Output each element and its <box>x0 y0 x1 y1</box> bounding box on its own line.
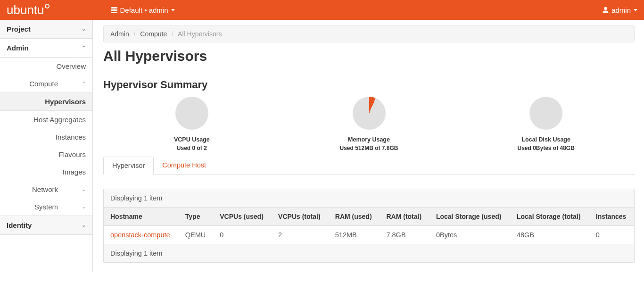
sidebar-item-overview[interactable]: Overview <box>0 58 92 75</box>
charts-row: VCPU Usage Used 0 of 2 Memory Usage Used… <box>103 97 635 151</box>
sidebar-label: Project <box>7 25 31 33</box>
col-hostname[interactable]: Hostname <box>104 208 179 226</box>
sidebar-item-instances[interactable]: Instances <box>0 128 92 146</box>
cell-ls-total: 48GB <box>510 226 589 244</box>
sidebar-item-hypervisors[interactable]: Hypervisors <box>0 92 92 111</box>
sidebar-label: Network <box>32 185 58 193</box>
chevron-down-icon: ⌄ <box>82 26 86 32</box>
chart-vcpu: VCPU Usage Used 0 of 2 <box>103 97 281 151</box>
user-menu[interactable]: admin <box>603 6 637 14</box>
cell-ls-used: 0Bytes <box>429 226 510 244</box>
tab-hypervisor[interactable]: Hypervisor <box>103 157 154 175</box>
breadcrumb-item[interactable]: Admin <box>110 30 129 38</box>
pie-chart-icon <box>529 97 562 130</box>
col-instances[interactable]: Instances <box>589 208 634 226</box>
hypervisor-table: Hostname Type VCPUs (used) VCPUs (total)… <box>104 208 634 244</box>
col-vcpus-total[interactable]: VCPUs (total) <box>272 208 329 226</box>
table-row: openstack-compute QEMU 0 2 512MB 7.8GB 0… <box>104 226 634 244</box>
chart-subtitle: Used 0 of 2 <box>177 145 207 151</box>
col-type[interactable]: Type <box>179 208 213 226</box>
cell-vcpus-total: 2 <box>272 226 329 244</box>
chart-memory: Memory Usage Used 512MB of 7.8GB <box>281 97 458 151</box>
cell-ram-total: 7.8GB <box>380 226 429 244</box>
summary-title: Hypervisor Summary <box>103 79 635 91</box>
cell-vcpus-used: 0 <box>213 226 272 244</box>
sidebar-item-host-aggregates[interactable]: Host Aggregates <box>0 111 92 128</box>
chart-title: Memory Usage <box>348 136 390 143</box>
page-title: All Hypervisors <box>103 48 635 64</box>
table-header-row: Hostname Type VCPUs (used) VCPUs (total)… <box>104 208 634 226</box>
user-label: admin <box>611 6 631 14</box>
cell-instances: 0 <box>589 226 634 244</box>
sidebar: Project ⌄ Admin ⌃ Overview Compute ⌃ Hyp… <box>0 20 93 272</box>
breadcrumb-current: All Hypervisors <box>178 30 222 38</box>
cell-ram-used: 512MB <box>329 226 380 244</box>
svg-rect-3 <box>112 8 112 8</box>
grid-icon <box>111 7 117 13</box>
breadcrumb-separator: / <box>172 30 173 38</box>
main-content: Admin / Compute / All Hypervisors All Hy… <box>93 20 644 272</box>
sidebar-label: Compute <box>29 80 58 88</box>
sidebar-group-project[interactable]: Project ⌄ <box>0 20 92 39</box>
logo[interactable]: ubuntu <box>7 3 50 17</box>
tab-compute-host[interactable]: Compute Host <box>154 157 215 175</box>
logo-text: ubuntu <box>7 3 44 17</box>
table-caption: Displaying 1 item <box>104 189 634 208</box>
pie-chart-icon <box>353 97 386 130</box>
breadcrumb: Admin / Compute / All Hypervisors <box>103 25 635 42</box>
pie-chart-icon <box>175 97 208 130</box>
sidebar-label: Admin <box>7 44 29 52</box>
sidebar-group-admin[interactable]: Admin ⌃ <box>0 39 92 58</box>
cell-hostname[interactable]: openstack-compute <box>104 226 179 244</box>
sidebar-label: System <box>34 203 58 211</box>
top-bar: ubuntu Default • admin admin <box>0 0 644 20</box>
chevron-down-icon: ⌄ <box>82 204 86 210</box>
cell-type: QEMU <box>179 226 213 244</box>
chart-title: VCPU Usage <box>174 136 210 143</box>
chevron-up-icon: ⌃ <box>82 81 86 87</box>
sidebar-item-flavours[interactable]: Flavours <box>0 146 92 163</box>
sidebar-item-system[interactable]: System ⌄ <box>0 198 92 216</box>
chevron-down-icon: ⌄ <box>82 186 86 192</box>
sidebar-label: Identity <box>7 221 32 229</box>
table-footer: Displaying 1 item <box>104 244 634 262</box>
chevron-up-icon: ⌃ <box>82 45 86 51</box>
chart-subtitle: Used 512MB of 7.8GB <box>339 145 398 151</box>
col-ls-used[interactable]: Local Storage (used) <box>429 208 510 226</box>
col-ls-total[interactable]: Local Storage (total) <box>510 208 589 226</box>
chevron-down-icon <box>171 9 175 11</box>
sidebar-item-network[interactable]: Network ⌄ <box>0 181 92 198</box>
project-selector[interactable]: Default • admin <box>111 6 175 14</box>
chart-disk: Local Disk Usage Used 0Bytes of 48GB <box>457 97 635 151</box>
svg-rect-4 <box>112 10 112 10</box>
svg-rect-5 <box>112 12 112 13</box>
sidebar-item-images[interactable]: Images <box>0 163 92 181</box>
project-selector-label: Default • admin <box>120 6 168 14</box>
chevron-down-icon: ⌄ <box>82 222 86 228</box>
svg-point-6 <box>604 7 607 10</box>
sidebar-item-compute[interactable]: Compute ⌃ <box>0 75 92 92</box>
col-vcpus-used[interactable]: VCPUs (used) <box>213 208 272 226</box>
tabs: Hypervisor Compute Host <box>103 156 635 175</box>
col-ram-used[interactable]: RAM (used) <box>329 208 380 226</box>
chart-title: Local Disk Usage <box>521 136 570 143</box>
table-wrap: Displaying 1 item Hostname Type VCPUs (u… <box>103 189 635 263</box>
col-ram-total[interactable]: RAM (total) <box>380 208 429 226</box>
sidebar-group-identity[interactable]: Identity ⌄ <box>0 216 92 235</box>
chevron-down-icon <box>634 9 637 11</box>
divider <box>103 70 635 70</box>
logo-circle-icon <box>45 4 50 8</box>
breadcrumb-item[interactable]: Compute <box>140 30 167 38</box>
user-icon <box>603 7 609 13</box>
breadcrumb-separator: / <box>134 30 136 38</box>
chart-subtitle: Used 0Bytes of 48GB <box>517 145 574 151</box>
